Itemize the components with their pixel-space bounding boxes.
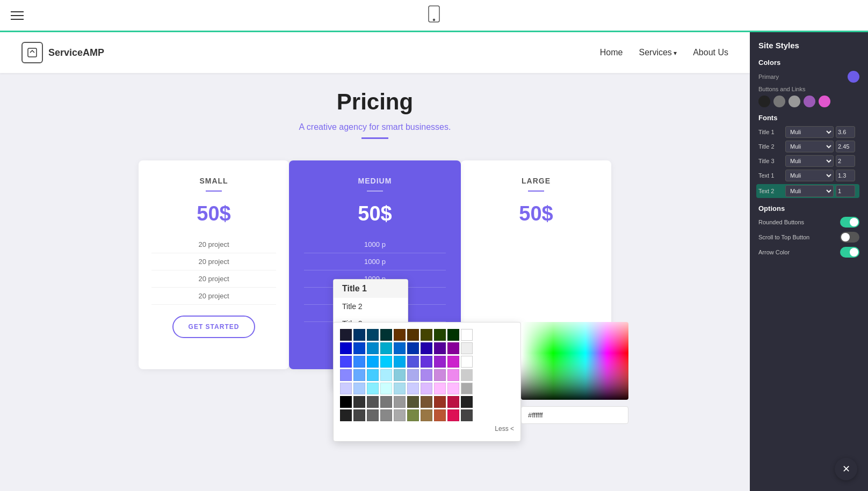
swatch[interactable] xyxy=(447,356,459,368)
swatch[interactable] xyxy=(367,356,379,368)
swatch[interactable] xyxy=(394,342,406,354)
font-size-title1[interactable] xyxy=(836,126,855,138)
swatch[interactable] xyxy=(380,342,392,354)
swatch[interactable] xyxy=(340,356,352,368)
nav-services[interactable]: Services xyxy=(639,48,677,57)
swatch[interactable] xyxy=(367,409,379,421)
swatch[interactable] xyxy=(367,329,379,341)
primary-color-swatch[interactable] xyxy=(848,71,859,83)
swatch[interactable] xyxy=(461,369,473,381)
swatch[interactable] xyxy=(340,409,352,421)
small-get-started-btn[interactable]: GET STARTED xyxy=(172,316,256,338)
swatch[interactable] xyxy=(380,329,392,341)
swatch[interactable] xyxy=(380,409,392,421)
nav-about[interactable]: About Us xyxy=(693,48,728,57)
swatch[interactable] xyxy=(461,342,473,354)
swatch[interactable] xyxy=(407,356,419,368)
swatch[interactable] xyxy=(434,396,446,408)
swatch[interactable] xyxy=(353,409,365,421)
swatch[interactable] xyxy=(461,409,473,421)
swatch[interactable] xyxy=(434,356,446,368)
swatch[interactable] xyxy=(447,342,459,354)
swatch[interactable] xyxy=(421,329,432,341)
swatch[interactable] xyxy=(461,396,473,408)
btn-color-3[interactable] xyxy=(789,96,800,107)
gradient-color-picker[interactable] xyxy=(521,322,628,400)
swatch[interactable] xyxy=(367,342,379,354)
btn-color-2[interactable] xyxy=(773,96,785,107)
font-size-title3[interactable] xyxy=(836,155,855,167)
swatch[interactable] xyxy=(367,396,379,408)
swatch[interactable] xyxy=(380,383,392,394)
swatch[interactable] xyxy=(407,383,419,394)
swatch[interactable] xyxy=(447,383,459,394)
swatch[interactable] xyxy=(421,356,432,368)
swatch[interactable] xyxy=(407,329,419,341)
swatch[interactable] xyxy=(353,369,365,381)
swatch[interactable] xyxy=(394,369,406,381)
swatch[interactable] xyxy=(434,383,446,394)
arrow-color-toggle[interactable] xyxy=(840,247,859,258)
font-select-title3[interactable]: Muli xyxy=(785,155,834,167)
swatch[interactable] xyxy=(447,396,459,408)
font-size-title2[interactable] xyxy=(836,141,855,152)
close-button[interactable]: ✕ xyxy=(835,458,857,480)
swatch[interactable] xyxy=(407,369,419,381)
swatch[interactable] xyxy=(434,409,446,421)
swatch[interactable] xyxy=(434,329,446,341)
swatch[interactable] xyxy=(353,356,365,368)
swatch[interactable] xyxy=(434,369,446,381)
less-button[interactable]: Less < xyxy=(340,423,514,435)
swatch[interactable] xyxy=(380,356,392,368)
swatch[interactable] xyxy=(367,369,379,381)
rounded-buttons-toggle[interactable] xyxy=(840,217,859,228)
swatch[interactable] xyxy=(353,342,365,354)
btn-color-4[interactable] xyxy=(804,96,815,107)
swatch[interactable] xyxy=(407,409,419,421)
swatch[interactable] xyxy=(380,369,392,381)
btn-color-5[interactable] xyxy=(819,96,830,107)
font-size-text1[interactable] xyxy=(836,170,855,181)
hex-input[interactable]: #ffffff xyxy=(521,406,628,424)
swatch[interactable] xyxy=(394,329,406,341)
swatch[interactable] xyxy=(340,329,352,341)
swatch[interactable] xyxy=(394,409,406,421)
swatch[interactable] xyxy=(407,342,419,354)
swatch[interactable] xyxy=(407,396,419,408)
swatch[interactable] xyxy=(353,329,365,341)
swatch[interactable] xyxy=(353,396,365,408)
swatch[interactable] xyxy=(421,369,432,381)
swatch[interactable] xyxy=(421,409,432,421)
nav-home[interactable]: Home xyxy=(600,48,623,57)
swatch[interactable] xyxy=(353,383,365,394)
swatch[interactable] xyxy=(461,383,473,394)
scroll-top-toggle[interactable] xyxy=(840,232,859,243)
font-select-text2[interactable]: Muli xyxy=(785,185,834,197)
swatch[interactable] xyxy=(461,356,473,368)
swatch[interactable] xyxy=(394,396,406,408)
font-size-text2[interactable] xyxy=(836,185,855,197)
swatch-white[interactable] xyxy=(461,329,473,341)
font-select-title2[interactable]: Muli xyxy=(785,141,834,152)
swatch[interactable] xyxy=(394,356,406,368)
btn-color-1[interactable] xyxy=(758,96,770,107)
swatch[interactable] xyxy=(447,329,459,341)
swatch[interactable] xyxy=(340,383,352,394)
swatch[interactable] xyxy=(447,369,459,381)
font-dropdown-title2[interactable]: Title 2 xyxy=(334,298,408,315)
swatch[interactable] xyxy=(421,383,432,394)
font-select-text1[interactable]: Muli xyxy=(785,170,834,181)
phone-preview-icon[interactable] xyxy=(428,5,440,26)
swatch[interactable] xyxy=(340,342,352,354)
swatch[interactable] xyxy=(340,396,352,408)
swatch[interactable] xyxy=(421,396,432,408)
swatch[interactable] xyxy=(380,396,392,408)
swatch[interactable] xyxy=(394,383,406,394)
swatch[interactable] xyxy=(367,383,379,394)
swatch[interactable] xyxy=(434,342,446,354)
swatch[interactable] xyxy=(447,409,459,421)
swatch[interactable] xyxy=(421,342,432,354)
font-select-title1[interactable]: Muli xyxy=(785,126,834,138)
hamburger-menu[interactable] xyxy=(11,11,24,20)
swatch[interactable] xyxy=(340,369,352,381)
